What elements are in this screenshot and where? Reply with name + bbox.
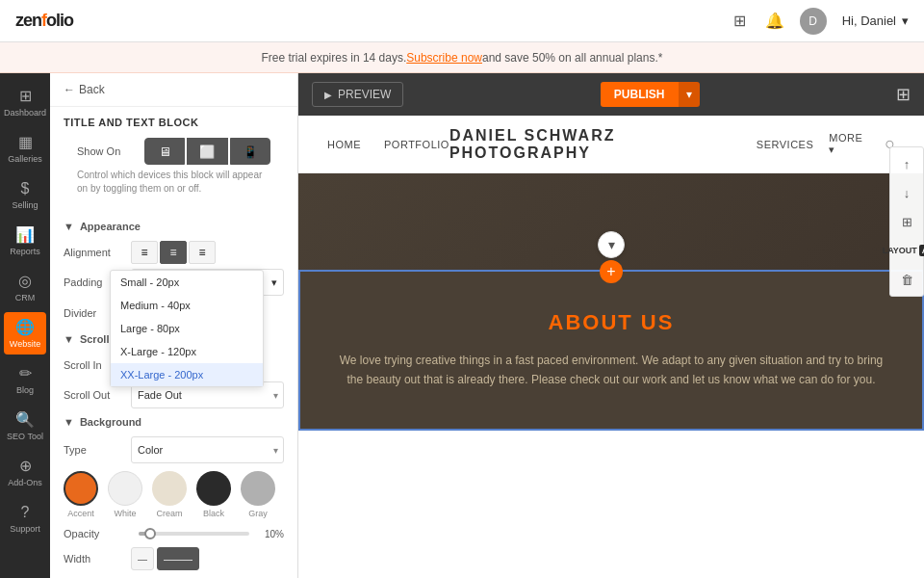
about-title: ABOUT US [329, 310, 893, 335]
expand-button[interactable]: ⊞ [896, 84, 911, 105]
subscribe-link[interactable]: Subscribe now [406, 51, 482, 65]
top-bar-right: ⊞ 🔔 D Hi, Daniel ▾ [731, 8, 909, 35]
collapse-section-btn[interactable]: ▾ [598, 231, 625, 258]
background-section-header[interactable]: ▼ Background [50, 410, 297, 434]
white-swatch[interactable] [108, 471, 142, 506]
width-small-btn[interactable]: — [131, 547, 154, 570]
publish-group: PUBLISH ▾ [601, 82, 700, 107]
move-up-btn[interactable]: ↑ [894, 151, 919, 176]
gray-swatch[interactable] [241, 471, 275, 506]
sidebar-item-seo[interactable]: 🔍 SEO Tool [4, 405, 46, 447]
tablet-device-btn[interactable]: ⬜ [187, 138, 227, 165]
accent-swatch[interactable] [64, 471, 98, 506]
sidebar-label-addons: Add-Ons [8, 478, 42, 487]
support-icon: ? [21, 504, 30, 521]
grid-icon[interactable]: ⊞ [731, 12, 750, 31]
desktop-device-btn[interactable]: 🖥 [144, 138, 185, 165]
opacity-slider-track[interactable] [139, 532, 249, 536]
bg-type-label: Type [64, 444, 131, 456]
bell-icon[interactable]: 🔔 [765, 12, 784, 31]
sidebar-label-website: Website [10, 339, 40, 349]
width-large-btn[interactable]: ——— [157, 547, 199, 570]
black-label: Black [203, 509, 224, 518]
seo-icon: 🔍 [15, 410, 35, 429]
show-on-section: Show On 🖥 ⬜ 📱 Control which devices this… [50, 134, 297, 215]
sidebar-item-galleries[interactable]: ▦ Galleries [4, 127, 46, 170]
swatch-black: Black [196, 471, 231, 518]
sidebar-label-galleries: Galleries [8, 154, 42, 164]
site-title: DANIEL SCHWARZ PHOTOGRAPHY [449, 127, 757, 162]
site-nav-left: HOME PORTFOLIO [327, 139, 449, 150]
delete-block-btn[interactable]: 🗑 [894, 267, 919, 292]
black-swatch[interactable] [196, 471, 231, 506]
mobile-device-btn[interactable]: 📱 [230, 138, 270, 165]
top-bar: zenfolio ⊞ 🔔 D Hi, Daniel ▾ [0, 0, 924, 42]
dropdown-item-small[interactable]: Small - 20px [111, 271, 263, 294]
block-controls: ↑ ↓ ⊞ LAYOUT A 🗑 [889, 146, 924, 297]
triangle-icon: ▼ [64, 416, 74, 428]
color-swatches: Accent White Cream Black Gray [50, 465, 297, 524]
sidebar-item-website[interactable]: 🌐 Website [4, 312, 46, 355]
align-center-btn[interactable]: ≡ [160, 241, 187, 264]
back-arrow-icon: ← [64, 83, 75, 96]
properties-panel: ← Back TITLE AND TEXT BLOCK Show On 🖥 ⬜ … [50, 73, 298, 578]
width-row: Width — ——— [50, 543, 297, 578]
appearance-section-header[interactable]: ▼ Appearance [50, 215, 297, 238]
sidebar-label-selling: Selling [12, 200, 38, 210]
addons-icon: ⊕ [19, 457, 32, 475]
gray-label: Gray [248, 509, 268, 518]
bg-type-select[interactable]: Color Image Gradient [131, 436, 284, 463]
publish-label: PUBLISH [614, 88, 665, 101]
add-section-btn[interactable]: + [600, 260, 623, 283]
publish-dropdown-btn[interactable]: ▾ [679, 82, 700, 107]
sidebar-label-reports: Reports [10, 247, 40, 256]
sidebar-item-crm[interactable]: ◎ CRM [4, 266, 46, 308]
opacity-row: Opacity 10% [50, 524, 297, 543]
avatar[interactable]: D [800, 8, 827, 35]
preview-button[interactable]: ▶ PREVIEW [312, 82, 403, 107]
move-down-btn[interactable]: ↓ [894, 180, 919, 205]
publish-button[interactable]: PUBLISH [601, 82, 679, 107]
dropdown-item-large[interactable]: Large - 80px [111, 317, 263, 340]
nav-services[interactable]: SERVICES [757, 139, 813, 150]
sidebar-item-blog[interactable]: ✏ Blog [4, 358, 46, 401]
chevron-down-icon: ▾ [902, 13, 909, 28]
sidebar-item-selling[interactable]: $ Selling [4, 173, 46, 216]
user-menu[interactable]: Hi, Daniel ▾ [842, 13, 909, 28]
user-greeting: Hi, Daniel [842, 13, 896, 28]
preview-label: PREVIEW [338, 88, 391, 101]
show-on-label: Show On [77, 145, 144, 157]
sidebar-item-reports[interactable]: 📊 Reports [4, 220, 46, 262]
align-right-btn[interactable]: ≡ [189, 241, 216, 264]
align-left-btn[interactable]: ≡ [131, 241, 158, 264]
cream-label: Cream [156, 509, 182, 518]
nav-portfolio[interactable]: PORTFOLIO [384, 139, 449, 150]
background-label: Background [80, 416, 141, 428]
bg-type-select-wrapper: Color Image Gradient ▾ [131, 436, 284, 463]
width-buttons: — ——— [131, 547, 199, 570]
bg-type-row: Type Color Image Gradient ▾ [50, 434, 297, 465]
sidebar-item-addons[interactable]: ⊕ Add-Ons [4, 451, 46, 493]
hero-section: ▾ + ↑ ↓ ⊞ LAYOUT A 🗑 [298, 173, 924, 270]
sidebar-item-support[interactable]: ? Support [4, 497, 46, 539]
reports-icon: 📊 [15, 225, 35, 244]
sidebar-item-dashboard[interactable]: ⊞ Dashboard [4, 81, 46, 123]
dropdown-item-xxlarge[interactable]: XX-Large - 200px [111, 363, 263, 386]
layout-a-badge: A [919, 245, 924, 256]
dropdown-item-xlarge[interactable]: X-Large - 120px [111, 340, 263, 363]
cream-swatch[interactable] [152, 471, 187, 506]
about-text: We love trying creative things in a fast… [332, 351, 890, 390]
dropdown-item-medium[interactable]: Medium - 40px [111, 294, 263, 317]
layout-btn[interactable]: LAYOUT A [894, 238, 919, 263]
play-icon: ▶ [324, 90, 332, 100]
duplicate-btn[interactable]: ⊞ [894, 209, 919, 234]
opacity-value: 10% [257, 529, 284, 539]
trial-text: Free trial expires in 14 days. [262, 51, 407, 65]
back-button[interactable]: ← Back [64, 83, 105, 96]
accent-label: Accent [67, 509, 94, 518]
nav-more[interactable]: MORE ▾ [829, 132, 869, 156]
app-logo: zenfolio [15, 11, 73, 31]
trial-suffix: and save 50% on all annual plans.* [482, 51, 662, 65]
opacity-slider-thumb[interactable] [144, 528, 156, 539]
nav-home[interactable]: HOME [327, 139, 361, 150]
